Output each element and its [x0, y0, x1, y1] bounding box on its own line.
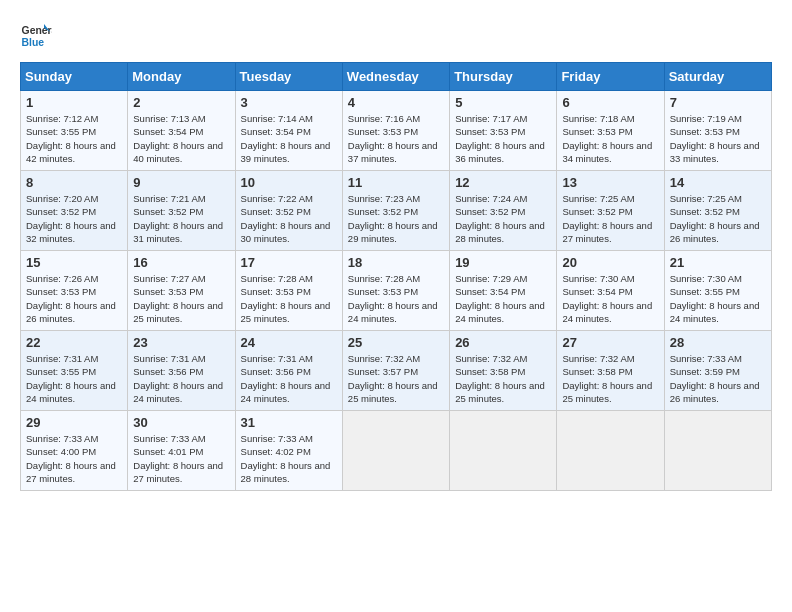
calendar-cell: 23Sunrise: 7:31 AMSunset: 3:56 PMDayligh… [128, 331, 235, 411]
svg-text:Blue: Blue [22, 37, 45, 48]
calendar-week-4: 22Sunrise: 7:31 AMSunset: 3:55 PMDayligh… [21, 331, 772, 411]
day-number: 7 [670, 95, 766, 110]
weekday-header-wednesday: Wednesday [342, 63, 449, 91]
calendar-cell: 16Sunrise: 7:27 AMSunset: 3:53 PMDayligh… [128, 251, 235, 331]
calendar-cell: 30Sunrise: 7:33 AMSunset: 4:01 PMDayligh… [128, 411, 235, 491]
calendar-cell: 7Sunrise: 7:19 AMSunset: 3:53 PMDaylight… [664, 91, 771, 171]
day-detail: Sunrise: 7:33 AMSunset: 4:02 PMDaylight:… [241, 432, 337, 485]
day-detail: Sunrise: 7:26 AMSunset: 3:53 PMDaylight:… [26, 272, 122, 325]
day-detail: Sunrise: 7:13 AMSunset: 3:54 PMDaylight:… [133, 112, 229, 165]
day-number: 20 [562, 255, 658, 270]
day-number: 21 [670, 255, 766, 270]
day-detail: Sunrise: 7:24 AMSunset: 3:52 PMDaylight:… [455, 192, 551, 245]
page-header: General Blue [20, 20, 772, 52]
calendar-table: SundayMondayTuesdayWednesdayThursdayFrid… [20, 62, 772, 491]
day-number: 12 [455, 175, 551, 190]
calendar-cell [664, 411, 771, 491]
calendar-cell: 20Sunrise: 7:30 AMSunset: 3:54 PMDayligh… [557, 251, 664, 331]
day-number: 30 [133, 415, 229, 430]
calendar-cell: 5Sunrise: 7:17 AMSunset: 3:53 PMDaylight… [450, 91, 557, 171]
day-detail: Sunrise: 7:14 AMSunset: 3:54 PMDaylight:… [241, 112, 337, 165]
calendar-week-1: 1Sunrise: 7:12 AMSunset: 3:55 PMDaylight… [21, 91, 772, 171]
calendar-week-3: 15Sunrise: 7:26 AMSunset: 3:53 PMDayligh… [21, 251, 772, 331]
calendar-cell: 29Sunrise: 7:33 AMSunset: 4:00 PMDayligh… [21, 411, 128, 491]
day-number: 29 [26, 415, 122, 430]
calendar-cell: 28Sunrise: 7:33 AMSunset: 3:59 PMDayligh… [664, 331, 771, 411]
day-number: 1 [26, 95, 122, 110]
day-detail: Sunrise: 7:31 AMSunset: 3:56 PMDaylight:… [133, 352, 229, 405]
day-detail: Sunrise: 7:30 AMSunset: 3:55 PMDaylight:… [670, 272, 766, 325]
day-detail: Sunrise: 7:28 AMSunset: 3:53 PMDaylight:… [348, 272, 444, 325]
day-detail: Sunrise: 7:25 AMSunset: 3:52 PMDaylight:… [562, 192, 658, 245]
day-detail: Sunrise: 7:31 AMSunset: 3:56 PMDaylight:… [241, 352, 337, 405]
calendar-cell: 13Sunrise: 7:25 AMSunset: 3:52 PMDayligh… [557, 171, 664, 251]
day-detail: Sunrise: 7:32 AMSunset: 3:58 PMDaylight:… [455, 352, 551, 405]
day-number: 10 [241, 175, 337, 190]
day-detail: Sunrise: 7:28 AMSunset: 3:53 PMDaylight:… [241, 272, 337, 325]
day-number: 24 [241, 335, 337, 350]
calendar-cell: 3Sunrise: 7:14 AMSunset: 3:54 PMDaylight… [235, 91, 342, 171]
logo: General Blue [20, 20, 52, 52]
logo-icon: General Blue [20, 20, 52, 52]
calendar-cell: 9Sunrise: 7:21 AMSunset: 3:52 PMDaylight… [128, 171, 235, 251]
calendar-cell: 2Sunrise: 7:13 AMSunset: 3:54 PMDaylight… [128, 91, 235, 171]
day-number: 3 [241, 95, 337, 110]
calendar-cell: 25Sunrise: 7:32 AMSunset: 3:57 PMDayligh… [342, 331, 449, 411]
calendar-body: 1Sunrise: 7:12 AMSunset: 3:55 PMDaylight… [21, 91, 772, 491]
day-detail: Sunrise: 7:32 AMSunset: 3:58 PMDaylight:… [562, 352, 658, 405]
weekday-header-thursday: Thursday [450, 63, 557, 91]
calendar-cell: 12Sunrise: 7:24 AMSunset: 3:52 PMDayligh… [450, 171, 557, 251]
day-detail: Sunrise: 7:21 AMSunset: 3:52 PMDaylight:… [133, 192, 229, 245]
day-number: 5 [455, 95, 551, 110]
day-detail: Sunrise: 7:29 AMSunset: 3:54 PMDaylight:… [455, 272, 551, 325]
day-number: 17 [241, 255, 337, 270]
day-detail: Sunrise: 7:18 AMSunset: 3:53 PMDaylight:… [562, 112, 658, 165]
weekday-header-saturday: Saturday [664, 63, 771, 91]
day-number: 19 [455, 255, 551, 270]
day-detail: Sunrise: 7:30 AMSunset: 3:54 PMDaylight:… [562, 272, 658, 325]
svg-text:General: General [22, 25, 52, 36]
day-detail: Sunrise: 7:23 AMSunset: 3:52 PMDaylight:… [348, 192, 444, 245]
day-detail: Sunrise: 7:33 AMSunset: 4:01 PMDaylight:… [133, 432, 229, 485]
calendar-cell: 8Sunrise: 7:20 AMSunset: 3:52 PMDaylight… [21, 171, 128, 251]
weekday-header-row: SundayMondayTuesdayWednesdayThursdayFrid… [21, 63, 772, 91]
calendar-cell: 4Sunrise: 7:16 AMSunset: 3:53 PMDaylight… [342, 91, 449, 171]
calendar-cell: 27Sunrise: 7:32 AMSunset: 3:58 PMDayligh… [557, 331, 664, 411]
day-number: 4 [348, 95, 444, 110]
calendar-cell: 22Sunrise: 7:31 AMSunset: 3:55 PMDayligh… [21, 331, 128, 411]
day-number: 2 [133, 95, 229, 110]
weekday-header-tuesday: Tuesday [235, 63, 342, 91]
calendar-cell: 14Sunrise: 7:25 AMSunset: 3:52 PMDayligh… [664, 171, 771, 251]
day-number: 13 [562, 175, 658, 190]
day-number: 25 [348, 335, 444, 350]
day-detail: Sunrise: 7:12 AMSunset: 3:55 PMDaylight:… [26, 112, 122, 165]
weekday-header-friday: Friday [557, 63, 664, 91]
calendar-week-5: 29Sunrise: 7:33 AMSunset: 4:00 PMDayligh… [21, 411, 772, 491]
calendar-cell: 21Sunrise: 7:30 AMSunset: 3:55 PMDayligh… [664, 251, 771, 331]
day-detail: Sunrise: 7:17 AMSunset: 3:53 PMDaylight:… [455, 112, 551, 165]
calendar-cell [557, 411, 664, 491]
day-number: 22 [26, 335, 122, 350]
day-number: 28 [670, 335, 766, 350]
day-number: 18 [348, 255, 444, 270]
day-detail: Sunrise: 7:33 AMSunset: 4:00 PMDaylight:… [26, 432, 122, 485]
day-number: 26 [455, 335, 551, 350]
calendar-cell: 31Sunrise: 7:33 AMSunset: 4:02 PMDayligh… [235, 411, 342, 491]
calendar-cell [342, 411, 449, 491]
day-number: 16 [133, 255, 229, 270]
calendar-cell: 1Sunrise: 7:12 AMSunset: 3:55 PMDaylight… [21, 91, 128, 171]
calendar-cell: 17Sunrise: 7:28 AMSunset: 3:53 PMDayligh… [235, 251, 342, 331]
day-detail: Sunrise: 7:20 AMSunset: 3:52 PMDaylight:… [26, 192, 122, 245]
calendar-week-2: 8Sunrise: 7:20 AMSunset: 3:52 PMDaylight… [21, 171, 772, 251]
day-detail: Sunrise: 7:27 AMSunset: 3:53 PMDaylight:… [133, 272, 229, 325]
day-number: 15 [26, 255, 122, 270]
day-detail: Sunrise: 7:31 AMSunset: 3:55 PMDaylight:… [26, 352, 122, 405]
calendar-cell: 15Sunrise: 7:26 AMSunset: 3:53 PMDayligh… [21, 251, 128, 331]
day-number: 23 [133, 335, 229, 350]
day-number: 11 [348, 175, 444, 190]
day-number: 8 [26, 175, 122, 190]
calendar-cell: 10Sunrise: 7:22 AMSunset: 3:52 PMDayligh… [235, 171, 342, 251]
day-detail: Sunrise: 7:22 AMSunset: 3:52 PMDaylight:… [241, 192, 337, 245]
day-detail: Sunrise: 7:25 AMSunset: 3:52 PMDaylight:… [670, 192, 766, 245]
calendar-cell: 18Sunrise: 7:28 AMSunset: 3:53 PMDayligh… [342, 251, 449, 331]
